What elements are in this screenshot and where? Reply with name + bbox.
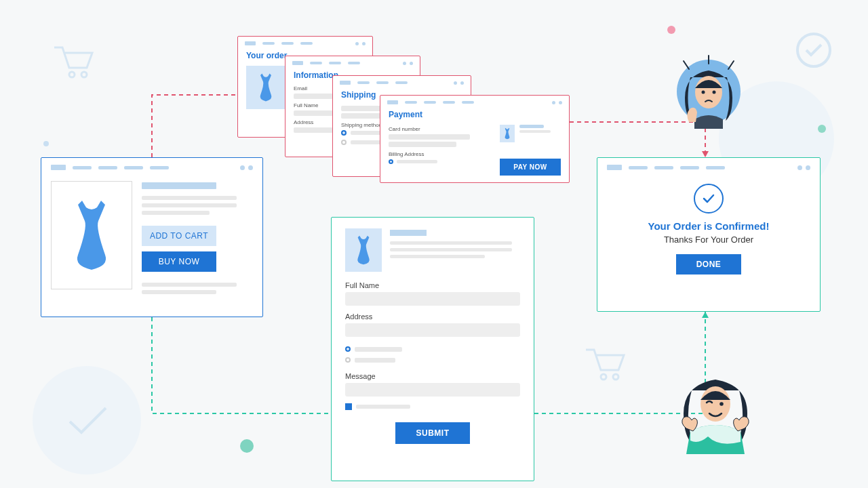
skel-line <box>142 211 210 215</box>
confirm-panel: Your Order is Confirmed! Thanks For Your… <box>597 157 821 312</box>
dress-icon <box>64 198 119 272</box>
product-title-skel <box>390 230 427 236</box>
input-skel <box>389 134 470 140</box>
product-thumb <box>246 66 285 109</box>
radio-on <box>389 159 393 164</box>
message-input[interactable] <box>345 383 520 396</box>
product-panel: ADD TO CART BUY NOW <box>41 157 263 317</box>
window-dot <box>248 165 253 170</box>
svg-line-7 <box>728 61 734 69</box>
nav-item <box>124 166 143 169</box>
product-panel-header <box>41 158 262 174</box>
step-payment-panel: Payment Card number Billing Address PAY … <box>380 95 570 183</box>
skel-line <box>142 290 216 294</box>
svg-point-12 <box>719 402 724 406</box>
radio-off[interactable] <box>345 357 351 363</box>
nav-item <box>73 166 92 169</box>
confirm-title: Your Order is Confirmed! <box>597 220 820 232</box>
input-skel <box>389 142 456 147</box>
nav-item <box>150 166 169 169</box>
svg-line-5 <box>684 61 689 69</box>
label-fullname: Full Name <box>345 281 520 289</box>
window-dot <box>240 165 245 170</box>
radio-on <box>341 130 347 136</box>
check-circle-icon <box>694 184 724 214</box>
buy-now-button[interactable]: BUY NOW <box>142 251 216 272</box>
product-image <box>51 181 132 289</box>
svg-point-10 <box>713 91 716 94</box>
pay-now-button[interactable]: PAY NOW <box>500 159 561 176</box>
label-address: Address <box>345 312 520 321</box>
address-input[interactable] <box>345 323 520 337</box>
radio-on[interactable] <box>345 346 351 352</box>
submit-button[interactable]: SUBMIT <box>395 422 470 444</box>
skel-line <box>142 203 237 207</box>
radio-off <box>341 140 347 145</box>
checkout-form-panel: Full Name Address Message SUBMIT <box>331 217 534 481</box>
svg-point-9 <box>702 91 705 94</box>
product-thumb-mini <box>500 125 515 142</box>
step-title: Payment <box>380 107 569 123</box>
done-button[interactable]: DONE <box>676 254 741 274</box>
add-to-cart-button[interactable]: ADD TO CART <box>142 226 216 246</box>
nav-item <box>98 166 117 169</box>
skel-line <box>142 283 237 287</box>
product-title-skel <box>142 182 216 189</box>
fullname-input[interactable] <box>345 292 520 306</box>
product-thumb <box>345 228 382 272</box>
label-card: Card number <box>389 125 493 132</box>
persona-happy <box>671 366 760 454</box>
logo-block <box>51 165 66 170</box>
persona-frustrated <box>671 54 746 129</box>
skel-line <box>142 196 237 200</box>
confirm-subtitle: Thanks For Your Order <box>597 235 820 245</box>
checkbox[interactable] <box>345 403 352 410</box>
label-billing: Billing Address <box>389 150 493 157</box>
label-message: Message <box>345 372 520 380</box>
